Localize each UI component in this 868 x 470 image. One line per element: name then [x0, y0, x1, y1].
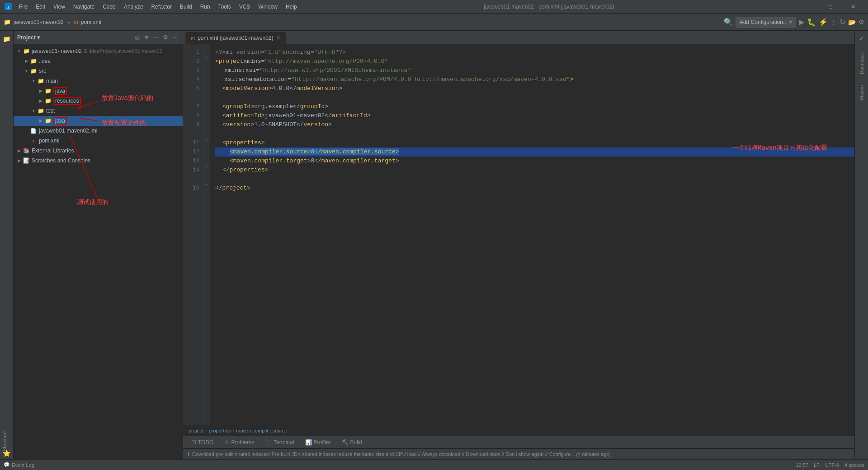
problems-label: Problems	[231, 439, 254, 446]
menu-edit[interactable]: Edit	[32, 2, 49, 11]
status-bar: 💬 Event Log 12:57 LF UTF-8 4 spaces	[0, 459, 868, 470]
tab-terminal[interactable]: ⬛ Terminal	[260, 438, 298, 447]
add-configuration-button[interactable]: Add Configuration... ▾	[736, 17, 796, 28]
tree-item-idea[interactable]: ▶ 📁 .idea	[14, 56, 183, 66]
toolbar-file-icon: m	[74, 19, 78, 25]
sync-icon[interactable]: ↻	[840, 18, 845, 26]
pom-file-icon: m	[30, 137, 37, 144]
right-panel-tabs: Database Maven	[857, 45, 866, 459]
profiler-label: Profiler	[314, 439, 331, 446]
code-line-7: <groupId>org.example</groupId>	[215, 102, 854, 111]
minimize-panel-icon[interactable]: ─	[171, 33, 179, 42]
menu-bar: File Edit View Navigate Code Analyze Ref…	[15, 2, 301, 11]
status-line-sep[interactable]: LF	[814, 462, 820, 468]
collapse-icon[interactable]: ≡	[142, 33, 151, 42]
code-line-9: <version>1.0-SNAPSHOT</version>	[215, 120, 854, 129]
tab-todo[interactable]: ☑ TODO	[187, 438, 218, 447]
tree-item-resources[interactable]: ▶ 📁 resources	[14, 96, 183, 106]
tab-close-button[interactable]: ✕	[276, 35, 280, 41]
event-log-label: Event Log	[12, 462, 34, 468]
tab-build[interactable]: 🔨 Build	[337, 438, 367, 447]
tree-item-test[interactable]: ▾ 📁 test	[14, 106, 183, 116]
breadcrumb-compiler-source[interactable]: maven.compiler.source	[236, 428, 287, 433]
expand-icon[interactable]: ⋯	[152, 33, 160, 42]
code-line-10	[215, 129, 854, 138]
menu-navigate[interactable]: Navigate	[70, 2, 98, 11]
app-icon: J	[5, 3, 12, 10]
code-line-2: <project xmlns="http://maven.apache.org/…	[215, 57, 854, 66]
arrow-idea: ▶	[23, 57, 30, 65]
breadcrumb-project[interactable]: project	[189, 428, 203, 433]
sidebar-structure-label[interactable]: Structure	[1, 436, 8, 447]
arrow-root: ▾	[15, 47, 23, 55]
right-sidebar: ✓ Database Maven	[854, 31, 868, 459]
window-title: javaweb01-maven02 - pom.xml (javaweb01-m…	[301, 4, 797, 10]
test-java-highlight-box: java	[53, 117, 67, 125]
sidebar-project-icon[interactable]: 📁	[1, 33, 13, 45]
locate-icon[interactable]: ◎	[133, 33, 141, 42]
tree-item-main[interactable]: ▾ 📁 main	[14, 76, 183, 86]
arrow-scratches: ▶	[15, 157, 23, 164]
tree-item-test-java[interactable]: ▶ 📁 java	[14, 116, 183, 126]
tab-label: pom.xml (javaweb01-maven02)	[198, 35, 273, 41]
tree-item-scratches[interactable]: ▶ 📝 Scratches and Consoles	[14, 156, 183, 166]
tree-item-iml[interactable]: ▶ 📄 javaweb01-maven02.iml	[14, 126, 183, 136]
maximize-button[interactable]: □	[820, 0, 841, 14]
tree-path-root: E:/ideaProject/javaweb01-maven02	[84, 48, 162, 54]
tab-profiler[interactable]: 📊 Profiler	[301, 438, 335, 447]
menu-code[interactable]: Code	[99, 2, 119, 11]
close-button[interactable]: ✕	[843, 0, 863, 14]
menu-window[interactable]: Window	[255, 2, 281, 11]
code-line-4: xsi:schemaLocation="http://maven.apache.…	[215, 75, 854, 84]
status-encoding[interactable]: UTF-8	[825, 462, 839, 468]
coverage-icon[interactable]: ⚡	[819, 18, 828, 26]
gear-icon[interactable]: ⚙	[161, 33, 170, 42]
code-line-15	[215, 175, 854, 184]
settings-icon[interactable]: ⚙	[859, 19, 864, 26]
toolbar-file-name: pom.xml	[81, 19, 101, 25]
tab-problems[interactable]: ⚠ Problems	[220, 438, 259, 447]
debug-icon[interactable]: 🐛	[807, 18, 816, 26]
dropdown-icon: ▾	[789, 19, 792, 25]
toolbar: 📁 javaweb01-maven02 ▸ m pom.xml 🔍 Add Co…	[0, 14, 868, 31]
menu-vcs[interactable]: VCS	[236, 2, 254, 11]
todo-label: TODO	[198, 439, 213, 446]
status-indent[interactable]: 4 spaces	[844, 462, 864, 468]
tree-item-src[interactable]: ▾ 📁 src	[14, 66, 183, 76]
menu-refactor[interactable]: Refactor	[148, 2, 175, 11]
arrow-test-java: ▶	[37, 117, 44, 124]
menu-tools[interactable]: Tools	[215, 2, 235, 11]
tree-item-ext-lib[interactable]: ▶ 📚 External Libraries	[14, 146, 183, 156]
code-line-14: </properties>	[215, 166, 854, 175]
run-icon[interactable]: ▶	[799, 18, 804, 26]
tree-item-pom[interactable]: ▶ m pom.xml	[14, 136, 183, 146]
menu-help[interactable]: Help	[282, 2, 301, 11]
menu-build[interactable]: Build	[176, 2, 196, 11]
arrow-ext: ▶	[15, 147, 23, 154]
title-bar: J File Edit View Navigate Code Analyze R…	[0, 0, 868, 14]
tab-pom-xml[interactable]: m pom.xml (javaweb01-maven02) ✕	[185, 32, 286, 44]
menu-file[interactable]: File	[15, 2, 31, 11]
arrow-test: ▾	[30, 107, 37, 114]
tree-item-root[interactable]: ▾ 📁 javaweb01-maven02 E:/ideaProject/jav…	[14, 46, 183, 56]
files-icon[interactable]: 📂	[848, 19, 856, 26]
code-line-6	[215, 93, 854, 102]
menu-run[interactable]: Run	[197, 2, 214, 11]
terminal-icon: ⬛	[265, 439, 272, 446]
breadcrumb-properties[interactable]: properties	[209, 428, 231, 433]
tree-item-java[interactable]: ▶ 📁 java	[14, 86, 183, 96]
menu-analyze[interactable]: Analyze	[120, 2, 147, 11]
test-java-icon: 📁	[44, 117, 52, 124]
tab-xml-icon: m	[191, 35, 195, 41]
toolbar-search-icon[interactable]: 🔍	[724, 18, 733, 26]
status-event-log[interactable]: 💬 Event Log	[4, 462, 34, 468]
notif-icon: ℹ	[188, 451, 189, 457]
more-icon[interactable]: ⋮	[830, 19, 837, 26]
scratches-icon: 📝	[23, 157, 30, 164]
menu-view[interactable]: View	[50, 2, 69, 11]
right-panel-maven[interactable]: Maven	[857, 81, 866, 104]
minimize-button[interactable]: ─	[797, 0, 818, 14]
right-panel-database[interactable]: Database	[857, 49, 866, 78]
tree-label-test-java: java	[55, 118, 65, 124]
code-content[interactable]: <?xml version="1.0" encoding="UTF-8"?> <…	[210, 44, 854, 425]
